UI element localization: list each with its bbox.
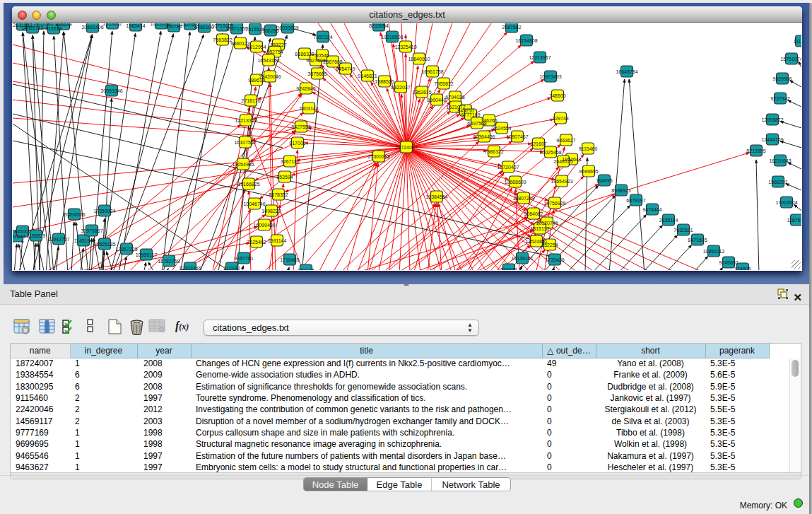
svg-text:20364436: 20364436 xyxy=(473,134,495,139)
svg-text:9245652: 9245652 xyxy=(719,260,738,265)
svg-text:924506: 924506 xyxy=(734,267,751,271)
svg-text:989612: 989612 xyxy=(248,78,264,83)
svg-text:16671355: 16671355 xyxy=(225,26,247,31)
svg-text:1733426: 1733426 xyxy=(545,257,564,262)
svg-text:17359924: 17359924 xyxy=(93,209,115,214)
svg-text:9115460: 9115460 xyxy=(579,146,598,151)
svg-text:7986322: 7986322 xyxy=(484,149,503,154)
svg-text:883175: 883175 xyxy=(298,268,314,271)
svg-text:2649575: 2649575 xyxy=(553,159,572,164)
svg-text:14136141: 14136141 xyxy=(511,256,533,261)
svg-text:16154808: 16154808 xyxy=(515,38,537,43)
svg-text:16648784: 16648784 xyxy=(616,69,637,74)
svg-text:19384554: 19384554 xyxy=(425,194,447,199)
svg-text:9457791: 9457791 xyxy=(234,256,253,261)
svg-text:817006: 817006 xyxy=(289,141,305,146)
svg-text:931543: 931543 xyxy=(13,234,25,239)
svg-text:19756928: 19756928 xyxy=(543,201,565,206)
svg-text:2718176: 2718176 xyxy=(241,98,260,103)
svg-text:14055712: 14055712 xyxy=(21,25,43,30)
svg-text:25300263: 25300263 xyxy=(367,154,389,159)
svg-text:2935114: 2935114 xyxy=(659,218,678,223)
svg-text:12444159: 12444159 xyxy=(761,137,783,142)
svg-text:1167533: 1167533 xyxy=(787,218,801,223)
svg-text:7632621: 7632621 xyxy=(673,228,693,233)
svg-text:746266: 746266 xyxy=(481,118,497,123)
svg-text:10688609: 10688609 xyxy=(504,180,526,185)
svg-text:19166825: 19166825 xyxy=(237,182,259,187)
svg-text:7357224: 7357224 xyxy=(313,35,332,40)
svg-text:16210643: 16210643 xyxy=(769,158,791,163)
svg-text:8471676: 8471676 xyxy=(688,238,707,243)
svg-text:1716485: 1716485 xyxy=(280,257,299,262)
svg-text:12213369: 12213369 xyxy=(235,118,257,123)
svg-text:16961758: 16961758 xyxy=(421,69,443,74)
svg-text:10120746: 10120746 xyxy=(536,221,558,226)
svg-text:16782759: 16782759 xyxy=(158,259,180,264)
svg-text:10958117: 10958117 xyxy=(136,252,158,257)
svg-text:982754: 982754 xyxy=(266,49,283,54)
svg-text:1691144: 1691144 xyxy=(268,238,287,243)
svg-text:15751074: 15751074 xyxy=(780,57,801,62)
svg-text:19654923: 19654923 xyxy=(551,179,572,184)
svg-text:8912954: 8912954 xyxy=(247,45,266,49)
svg-text:10973493: 10973493 xyxy=(539,74,561,79)
svg-text:6794028: 6794028 xyxy=(445,95,464,100)
svg-text:1362615: 1362615 xyxy=(412,90,431,95)
svg-text:1498222: 1498222 xyxy=(261,209,281,214)
svg-text:152786: 152786 xyxy=(165,24,182,29)
svg-text:9227342: 9227342 xyxy=(770,96,789,101)
svg-text:18724007: 18724007 xyxy=(395,145,417,150)
svg-text:3875685: 3875685 xyxy=(307,71,326,76)
svg-text:12323466: 12323466 xyxy=(179,266,201,271)
svg-text:9084067: 9084067 xyxy=(524,211,543,216)
svg-text:8427552: 8427552 xyxy=(291,124,310,129)
svg-text:16107552: 16107552 xyxy=(234,140,256,145)
svg-text:164095: 164095 xyxy=(596,178,612,183)
svg-text:1933662: 1933662 xyxy=(102,23,122,26)
svg-text:8322037: 8322037 xyxy=(391,85,410,90)
svg-text:20691406: 20691406 xyxy=(81,25,103,30)
svg-text:17957225: 17957225 xyxy=(115,247,137,252)
svg-text:9242845: 9242845 xyxy=(296,86,315,91)
svg-text:8215955: 8215955 xyxy=(746,148,765,153)
svg-text:915578: 915578 xyxy=(45,26,61,31)
svg-text:7955812: 7955812 xyxy=(434,81,453,86)
svg-text:8186328: 8186328 xyxy=(295,52,314,57)
svg-text:129743: 129743 xyxy=(552,116,568,121)
svg-text:12093872: 12093872 xyxy=(761,117,783,122)
svg-text:2687682: 2687682 xyxy=(502,25,521,30)
svg-text:10025458: 10025458 xyxy=(539,150,561,155)
svg-text:8454749: 8454749 xyxy=(336,66,355,71)
svg-text:12505135: 12505135 xyxy=(93,242,115,247)
svg-text:953594: 953594 xyxy=(276,175,293,180)
svg-text:252254: 252254 xyxy=(541,243,558,247)
svg-text:9699695: 9699695 xyxy=(579,169,598,174)
svg-text:1156829: 1156829 xyxy=(27,233,46,238)
svg-text:1815132: 1815132 xyxy=(530,226,549,231)
svg-text:80546: 80546 xyxy=(315,53,329,58)
svg-text:10046746: 10046746 xyxy=(243,201,265,206)
svg-text:17016504: 17016504 xyxy=(775,200,797,205)
svg-text:7625402: 7625402 xyxy=(247,240,266,245)
svg-text:12213967: 12213967 xyxy=(529,55,551,60)
svg-text:19054985: 19054985 xyxy=(232,162,254,167)
svg-text:3624554: 3624554 xyxy=(492,126,511,131)
svg-text:2867608: 2867608 xyxy=(323,59,342,64)
svg-text:9474444: 9474444 xyxy=(642,207,661,212)
svg-text:1983414: 1983414 xyxy=(126,23,145,28)
svg-text:886649: 886649 xyxy=(55,23,71,27)
svg-text:12325419: 12325419 xyxy=(394,45,416,49)
svg-text:1588520: 1588520 xyxy=(375,79,394,84)
svg-text:16543362: 16543362 xyxy=(257,58,279,63)
svg-text:9777169: 9777169 xyxy=(461,112,480,117)
svg-text:20206526: 20206526 xyxy=(63,212,85,217)
svg-text:2803144: 2803144 xyxy=(299,106,318,111)
svg-text:12942757: 12942757 xyxy=(47,237,69,242)
svg-text:9146821: 9146821 xyxy=(358,74,377,78)
svg-text:30975867: 30975867 xyxy=(81,228,102,233)
svg-text:18640910: 18640910 xyxy=(408,57,430,62)
svg-text:153227: 153227 xyxy=(270,42,286,47)
svg-text:7663822: 7663822 xyxy=(213,37,232,42)
svg-text:6879197: 6879197 xyxy=(626,198,645,203)
